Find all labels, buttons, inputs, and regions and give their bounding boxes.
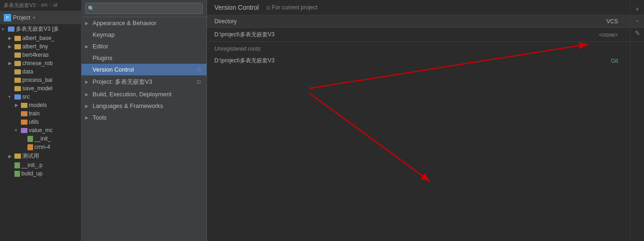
file-icon (14, 162, 20, 168)
tree-label: 测试用 (22, 152, 39, 160)
tree-arrow-icon: ▶ (8, 61, 13, 66)
list-item[interactable]: utils (0, 118, 81, 126)
tree-arrow-icon: ▾ (8, 94, 13, 99)
tree-item-root[interactable]: ▾ 多表无嵌套V3 [多 (0, 24, 81, 34)
menu-item-tools[interactable]: ▶ Tools (81, 112, 206, 123)
folder-icon (14, 61, 21, 66)
table-row[interactable]: D:\project\多表无嵌套V3 Git (207, 54, 644, 67)
menu-arrow-icon: ▶ (85, 44, 91, 49)
tree-arrow-icon: ▶ (8, 36, 13, 40)
file-icon (14, 171, 20, 177)
vc-dir-value: D:\project\多表无嵌套V3 (214, 31, 581, 39)
list-item[interactable]: ▶ models (0, 101, 81, 109)
menu-arrow-icon: ▶ (85, 21, 91, 26)
tree-label: train (29, 110, 40, 117)
folder-icon (14, 53, 21, 58)
list-item[interactable]: bulid_up (0, 169, 81, 178)
menu-item-keymap[interactable]: Keymap (81, 29, 206, 40)
tree-label: __init_.p (21, 162, 42, 168)
list-item[interactable]: ▾ value_mc (0, 126, 81, 134)
remove-button[interactable]: − (632, 16, 643, 26)
folder-icon (14, 94, 21, 100)
search-bar: 🔍 (81, 0, 206, 17)
menu-arrow-icon: ▶ (85, 104, 91, 108)
vc-table-header: Directory VCS (207, 15, 644, 28)
menu-item-label: Build, Execution, Deployment (93, 91, 172, 98)
menu-item-appearance[interactable]: ▶ Appearance & Behavior (81, 17, 206, 29)
list-item[interactable]: ▶ albert_base_ (0, 34, 81, 42)
menu-item-label: Plugins (93, 54, 113, 61)
search-icon: 🔍 (88, 6, 94, 12)
list-item[interactable]: process_bai (0, 76, 81, 84)
list-item[interactable]: crnn-4 (0, 143, 81, 151)
tree-label: bert4keras (22, 52, 49, 58)
breadcrumb-part2: src (41, 2, 48, 9)
project-chevron-icon: ▾ (33, 15, 35, 20)
menu-arrow-icon: ▶ (85, 92, 91, 97)
menu-item-version-control[interactable]: Version Control ⊡ (81, 64, 206, 75)
folder-icon (14, 36, 21, 41)
menu-item-build[interactable]: ▶ Build, Execution, Deployment (81, 88, 206, 100)
vc-sidebar-actions: + − ✎ (630, 0, 644, 241)
vc-subtitle-icon: ⊡ (266, 5, 270, 10)
menu-item-project[interactable]: ▶ Project: 多表无嵌套V3 ⊡ (81, 75, 206, 88)
vc-unregistered-label: Unregistered roots: (207, 42, 644, 54)
vc-table: Directory VCS D:\project\多表无嵌套V3 <none> … (207, 15, 644, 241)
menu-action-icon: ⊡ (197, 67, 201, 73)
menu-arrow-icon: ▶ (85, 80, 91, 84)
menu-item-label: Tools (93, 114, 106, 121)
table-row[interactable]: D:\project\多表无嵌套V3 <none> (207, 28, 644, 42)
edit-button[interactable]: ✎ (632, 28, 643, 38)
folder-icon (14, 154, 21, 159)
folder-icon (14, 69, 21, 74)
vc-header: Version Control ⊡ For current project (207, 0, 644, 15)
search-input[interactable] (85, 3, 203, 14)
folder-icon (14, 78, 21, 83)
list-item[interactable]: bert4keras (0, 51, 81, 59)
folder-icon (21, 120, 27, 125)
menu-item-label: Appearance & Behavior (93, 20, 156, 27)
menu-item-label: Languages & Frameworks (93, 102, 163, 109)
tree-label: 多表无嵌套V3 [多 (16, 25, 59, 33)
menu-item-plugins[interactable]: Plugins (81, 52, 206, 64)
list-item[interactable]: data (0, 67, 81, 76)
list-item[interactable]: ▶ chinese_rob (0, 59, 81, 67)
list-item[interactable]: ▶ 测试用 (0, 151, 81, 161)
settings-menu-panel: 🔍 ▶ Appearance & Behavior Keymap ▶ Edito… (81, 0, 207, 241)
vc-vcs-value: <none> (581, 32, 618, 38)
tree-label: bulid_up (21, 170, 42, 177)
project-header[interactable]: P Project ▾ (0, 11, 81, 24)
folder-icon (21, 128, 27, 133)
tree-label: data (22, 68, 33, 75)
folder-icon (21, 103, 27, 108)
project-label: Project (13, 14, 30, 21)
list-item[interactable]: __init_ (0, 134, 81, 143)
list-item[interactable]: __init_.p (0, 161, 81, 169)
vc-col-dir-header: Directory (214, 18, 581, 25)
tree-label: models (29, 102, 47, 108)
menu-item-label: Project: 多表无嵌套V3 (93, 78, 153, 86)
menu-item-languages[interactable]: ▶ Languages & Frameworks (81, 100, 206, 112)
vc-title: Version Control (214, 4, 259, 11)
menu-item-label: Version Control (93, 66, 134, 73)
folder-icon (14, 44, 21, 49)
menu-action-icon: ⊡ (197, 79, 201, 85)
file-icon (27, 144, 33, 150)
tree-label: utils (29, 119, 39, 125)
menu-item-label: Keymap (93, 31, 115, 38)
vc-col-vcs-header: VCS (581, 18, 618, 25)
list-item[interactable]: train (0, 109, 81, 118)
vc-subtitle: ⊡ For current project (266, 4, 318, 11)
menu-item-editor[interactable]: ▶ Editor (81, 40, 206, 52)
tree-label: chinese_rob (22, 60, 53, 67)
breadcrumb: 多表无嵌套V3 › src › ut (0, 0, 81, 11)
tree-arrow-icon: ▶ (15, 103, 20, 107)
list-item[interactable]: ▾ src (0, 93, 81, 101)
list-item[interactable]: save_model (0, 84, 81, 93)
tree-label: process_bai (22, 77, 53, 83)
list-item[interactable]: ▶ albert_tiny (0, 42, 81, 51)
add-button[interactable]: + (632, 4, 643, 14)
file-icon (27, 136, 33, 142)
vc-subtitle-text: For current project (272, 4, 318, 11)
folder-icon (21, 111, 27, 116)
